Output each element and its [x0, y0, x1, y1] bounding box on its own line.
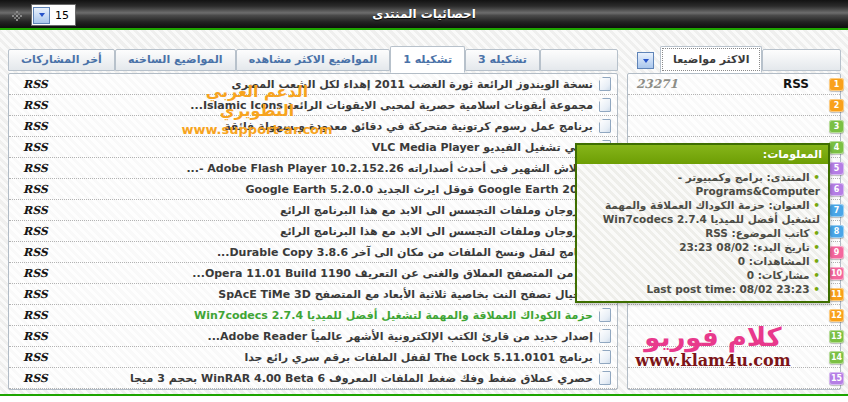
- topic-info-tooltip: المعلومات: المنتدى: برامج وكمبيوتر - Pro…: [575, 143, 830, 303]
- side-tabstrip: الاكثر مواضيعا: [627, 44, 841, 71]
- topic-row[interactable]: الفلاش الشهير فى أحدث أصداراته Adobe Fla…: [9, 158, 617, 179]
- topic-title-link[interactable]: نسخة الويندوز الرائعة ثورة الغضب 2011 إه…: [232, 78, 593, 91]
- rank-badge-icon: 14: [829, 351, 844, 364]
- topic-title-link[interactable]: للتروجان وملفات التجسس الى الابد مع هذا …: [280, 204, 593, 217]
- topic-author-link[interactable]: RSS: [15, 225, 48, 238]
- topic-row[interactable]: Google Earth 2011 قوقل ايرث الجديد Googl…: [9, 179, 617, 200]
- widget-title: احصائيات المنتدى: [0, 0, 848, 28]
- topic-title-link[interactable]: للتروجان وملفات التجسس الى الابد مع هذا …: [280, 225, 593, 238]
- topic-title-link[interactable]: برنامج عمل رسوم كرتونية متحركة في دقائق …: [224, 120, 593, 133]
- document-icon: [599, 350, 611, 364]
- top-poster-row[interactable]: 12: [628, 305, 840, 326]
- topic-author-link[interactable]: RSS: [15, 246, 48, 259]
- tooltip-line: العنوان: حزمة الكوداك العملاقة والمهمة ل…: [585, 198, 820, 226]
- topic-title-link[interactable]: مجموعة أيقونات اسلامية حصرية لمحبى الايق…: [190, 99, 593, 112]
- top-poster-row[interactable]: 14: [628, 347, 840, 368]
- topic-author-link[interactable]: RSS: [15, 288, 48, 301]
- topic-row[interactable]: ز في تشغيل الفيديو VLC Media Player RSS: [9, 137, 617, 158]
- top-poster-row[interactable]: 2: [628, 95, 840, 116]
- widget-content: تشكيله 3تشكيله 1المواضيع الاكثر مشاهدهال…: [0, 30, 848, 396]
- document-icon: [599, 308, 611, 322]
- tab-main-2[interactable]: المواضيع الاكثر مشاهده: [236, 49, 391, 71]
- tabstrip-filler: [762, 49, 841, 71]
- rank-badge-icon: 9: [829, 246, 844, 259]
- tooltip-line: Last post time: 08/02 23:23: [585, 282, 820, 296]
- topic-row[interactable]: لا خيال تصفح النت بخاصية ثلاثية الأبعاد …: [9, 284, 617, 305]
- tab-main-3[interactable]: المواضيع الساخنه: [115, 49, 236, 71]
- tab-most-topics[interactable]: الاكثر مواضيعا: [660, 46, 762, 73]
- poster-name-link[interactable]: RSS: [783, 77, 809, 91]
- topic-row[interactable]: حصري عملاق ضغط وفك ضغط الملفات المعروف W…: [9, 368, 617, 389]
- rank-badge-icon: 3: [829, 120, 844, 133]
- rank-badge-icon: 11: [829, 288, 844, 301]
- topic-author-link[interactable]: RSS: [15, 183, 48, 196]
- top-poster-row[interactable]: 13: [628, 326, 840, 347]
- topic-row[interactable]: إصدار جديد من قارئ الكتب الإلكترونية الأ…: [9, 326, 617, 347]
- topic-row[interactable]: برنامج The Lock 5.11.0101 لقفل الملفات ب…: [9, 347, 617, 368]
- topic-title-link[interactable]: Google Earth 2011 قوقل ايرث الجديد Googl…: [246, 183, 593, 196]
- items-count-value: 15: [50, 9, 74, 22]
- document-icon: [599, 98, 611, 112]
- topic-title-link[interactable]: حزمة الكوداك العملاقة والمهمة لتشغيل أفض…: [194, 309, 593, 322]
- topic-author-link[interactable]: RSS: [15, 372, 48, 385]
- top-poster-row[interactable]: 1 RSS 23271: [628, 74, 840, 95]
- rank-badge-icon: 13: [829, 330, 844, 343]
- tooltip-line: كاتب الموضوع: RSS: [585, 226, 820, 240]
- topic-title-link[interactable]: برنامج لنقل ونسخ الملفات من مكان الى آخر…: [217, 246, 593, 259]
- topic-author-link[interactable]: RSS: [15, 204, 48, 217]
- topic-title-link[interactable]: حصري عملاق ضغط وفك ضغط الملفات المعروف W…: [130, 372, 593, 385]
- rank-badge-icon: 4: [829, 141, 844, 154]
- rank-badge-icon: 7: [829, 204, 844, 217]
- topic-title-link[interactable]: لا خيال تصفح النت بخاصية ثلاثية الأبعاد …: [218, 288, 593, 301]
- topic-title-link[interactable]: برنامج The Lock 5.11.0101 لقفل الملفات ب…: [244, 351, 593, 364]
- tab-main-1[interactable]: تشكيله 1: [390, 46, 465, 73]
- document-icon: [599, 329, 611, 343]
- tab-main-4[interactable]: أخر المشاركات: [8, 49, 115, 71]
- topic-author-link[interactable]: RSS: [15, 120, 48, 133]
- poster-topic-count: 23271: [636, 77, 678, 91]
- rank-badge-icon: 2: [829, 99, 844, 112]
- topic-author-link[interactable]: RSS: [15, 78, 48, 91]
- rank-badge-icon: 1: [829, 78, 844, 91]
- topic-title-link[interactable]: ز في تشغيل الفيديو VLC Media Player: [372, 141, 593, 154]
- topic-author-link[interactable]: RSS: [15, 330, 48, 343]
- rank-badge-icon: 5: [829, 162, 844, 175]
- tooltip-line: مشاركات: 0: [585, 268, 820, 282]
- topic-row[interactable]: برنامج لنقل ونسخ الملفات من مكان الى آخر…: [9, 242, 617, 263]
- items-count-select[interactable]: 15: [31, 4, 76, 26]
- topic-author-link[interactable]: RSS: [15, 351, 48, 364]
- document-icon: [599, 371, 611, 385]
- document-icon: [599, 77, 611, 91]
- rank-badge-icon: 10: [829, 267, 844, 280]
- top-poster-row[interactable]: 3: [628, 116, 840, 137]
- topic-title-link[interactable]: إصدار جديد من قارئ الكتب الإلكترونية الأ…: [207, 330, 593, 343]
- document-icon: [599, 119, 611, 133]
- topic-title-link[interactable]: دار من المتصفح العملاق والغنى عن التعريف…: [192, 267, 593, 280]
- topic-row[interactable]: للتروجان وملفات التجسس الى الابد مع هذا …: [9, 200, 617, 221]
- tabstrip-filler: [540, 49, 618, 71]
- rank-badge-icon: 15: [829, 372, 844, 385]
- rank-badge-icon: 12: [829, 309, 844, 322]
- chevron-down-icon[interactable]: [33, 7, 50, 24]
- top-poster-row[interactable]: 15: [628, 368, 840, 389]
- drag-handle-icon[interactable]: [12, 11, 23, 22]
- main-tabstrip: تشكيله 3تشكيله 1المواضيع الاكثر مشاهدهال…: [8, 44, 618, 71]
- tooltip-line: المنتدى: برامج وكمبيوتر - Programs&Compu…: [585, 170, 820, 198]
- side-dropdown-button[interactable]: [637, 52, 654, 69]
- tooltip-line: المشاهدات: 0: [585, 254, 820, 268]
- topic-author-link[interactable]: RSS: [15, 141, 48, 154]
- topic-author-link[interactable]: RSS: [15, 99, 48, 112]
- topic-author-link[interactable]: RSS: [15, 309, 48, 322]
- topic-title-link[interactable]: الفلاش الشهير فى أحدث أصداراته Adobe Fla…: [186, 162, 593, 175]
- topic-row[interactable]: مجموعة أيقونات اسلامية حصرية لمحبى الايق…: [9, 95, 617, 116]
- tooltip-header: المعلومات:: [577, 145, 828, 164]
- forum-statistics-widget: احصائيات المنتدى 15 تشكيله 3تشكيله 1المو…: [0, 0, 848, 402]
- topic-row[interactable]: برنامج عمل رسوم كرتونية متحركة في دقائق …: [9, 116, 617, 137]
- topic-author-link[interactable]: RSS: [15, 267, 48, 280]
- tab-main-0[interactable]: تشكيله 3: [465, 49, 540, 71]
- topic-row[interactable]: نسخة الويندوز الرائعة ثورة الغضب 2011 إه…: [9, 74, 617, 95]
- topic-row[interactable]: للتروجان وملفات التجسس الى الابد مع هذا …: [9, 221, 617, 242]
- topic-row[interactable]: دار من المتصفح العملاق والغنى عن التعريف…: [9, 263, 617, 284]
- topic-row[interactable]: حزمة الكوداك العملاقة والمهمة لتشغيل أفض…: [9, 305, 617, 326]
- topic-author-link[interactable]: RSS: [15, 162, 48, 175]
